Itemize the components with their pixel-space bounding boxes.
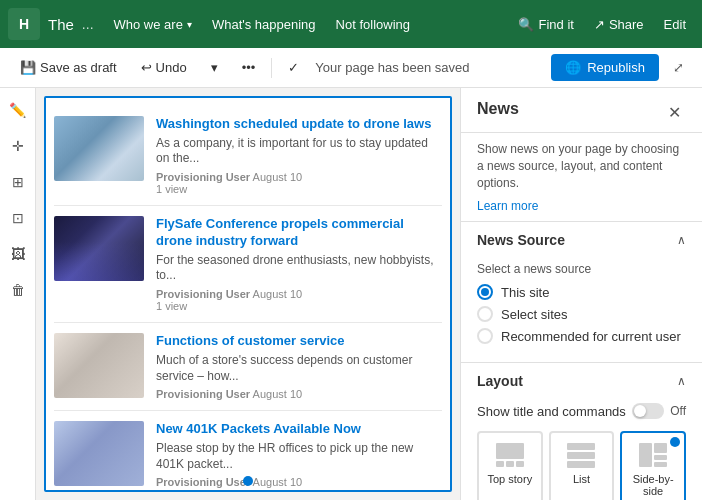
layout-icon-list: [565, 441, 597, 469]
chevron-down-icon: ▾: [211, 60, 218, 75]
svg-rect-0: [496, 443, 524, 459]
svg-rect-2: [506, 461, 514, 467]
svg-rect-9: [654, 455, 667, 460]
news-date: August 10: [253, 171, 303, 183]
nav-who-we-are[interactable]: Who we are ▾: [106, 13, 200, 36]
layout-option-top-story[interactable]: Top story: [477, 431, 543, 500]
news-date: August 10: [253, 476, 303, 488]
news-item[interactable]: FlySafe Conference propels commercial dr…: [54, 206, 442, 323]
news-meta: Provisioning User August 10: [156, 476, 442, 488]
edit-button[interactable]: Edit: [656, 13, 694, 36]
save-draft-button[interactable]: 💾 Save as draft: [12, 56, 125, 79]
layout-option-label: Side-by-side: [626, 473, 680, 497]
news-item[interactable]: Washington scheduled update to drone law…: [54, 106, 442, 206]
expand-icon: ⤢: [673, 60, 684, 75]
radio-option[interactable]: This site: [477, 284, 686, 300]
layout-header[interactable]: Layout ∧: [461, 363, 702, 399]
toggle-row: Show title and commands Off: [477, 403, 686, 419]
news-thumbnail: [54, 216, 144, 281]
news-author: Provisioning User: [156, 171, 250, 183]
radio-circle: [477, 306, 493, 322]
news-source-content: Select a news source This site Select si…: [461, 258, 702, 362]
editbar: 💾 Save as draft ↩ Undo ▾ ••• ✓ Your page…: [0, 48, 702, 88]
news-meta: Provisioning User August 10: [156, 388, 442, 400]
left-toolbar: ✏️ ✛ ⊞ ⊡ 🖼 🗑: [0, 88, 36, 500]
web-part-tool[interactable]: ⊡: [4, 204, 32, 232]
news-source-header[interactable]: News Source ∧: [461, 222, 702, 258]
topbar-ellipsis: ...: [82, 16, 94, 32]
expand-button[interactable]: ⤢: [667, 56, 690, 79]
radio-option[interactable]: Select sites: [477, 306, 686, 322]
learn-more-link[interactable]: Learn more: [461, 199, 702, 221]
toggle-state-label: Off: [670, 404, 686, 418]
news-content: Functions of customer service Much of a …: [156, 333, 442, 400]
edit-tool[interactable]: ✏️: [4, 96, 32, 124]
layout-icon-side-by-side: [637, 441, 669, 469]
news-date: August 10: [253, 388, 303, 400]
radio-circle: [477, 328, 493, 344]
settings-description: Show news on your page by choosing a new…: [461, 133, 702, 199]
show-title-toggle[interactable]: [632, 403, 664, 419]
globe-icon: 🌐: [565, 60, 581, 75]
scroll-dot: [243, 476, 253, 486]
layout-tool[interactable]: ⊞: [4, 168, 32, 196]
republish-button[interactable]: 🌐 Republish: [551, 54, 659, 81]
radio-group: This site Select sites Recommended for c…: [477, 284, 686, 344]
more-options-button[interactable]: •••: [234, 56, 264, 79]
svg-rect-3: [516, 461, 524, 467]
svg-rect-1: [496, 461, 504, 467]
layout-grid: Top story List Side-by-side Hub News Car…: [477, 431, 686, 500]
move-tool[interactable]: ✛: [4, 132, 32, 160]
nav-whats-happening[interactable]: What's happening: [204, 13, 324, 36]
news-content: FlySafe Conference propels commercial dr…: [156, 216, 442, 312]
site-logo[interactable]: H: [8, 8, 40, 40]
settings-panel: News ✕ Show news on your page by choosin…: [460, 88, 702, 500]
svg-rect-7: [639, 443, 652, 467]
news-excerpt: As a company, it is important for us to …: [156, 136, 442, 167]
toggle-thumb: [634, 405, 646, 417]
news-item[interactable]: Functions of customer service Much of a …: [54, 323, 442, 411]
news-thumbnail: [54, 421, 144, 486]
undo-button[interactable]: ↩ Undo: [133, 56, 195, 79]
settings-title: News: [477, 100, 519, 118]
news-thumbnail: [54, 116, 144, 181]
check-icon: ✓: [280, 56, 307, 79]
share-button[interactable]: ↗ Share: [586, 13, 652, 36]
undo-dropdown[interactable]: ▾: [203, 56, 226, 79]
news-views: 1 view: [156, 183, 187, 195]
save-status: Your page has been saved: [315, 60, 469, 75]
close-button[interactable]: ✕: [662, 100, 686, 124]
svg-rect-8: [654, 443, 667, 453]
layout-option-list[interactable]: List: [549, 431, 615, 500]
nav-not-following[interactable]: Not following: [328, 13, 418, 36]
main-area: ✏️ ✛ ⊞ ⊡ 🖼 🗑 Washington scheduled update…: [0, 88, 702, 500]
svg-rect-5: [567, 452, 595, 459]
layout-section: Layout ∧ Show title and commands Off: [461, 362, 702, 500]
radio-option[interactable]: Recommended for current user: [477, 328, 686, 344]
delete-tool[interactable]: 🗑: [4, 276, 32, 304]
page-editor: ✏️ ✛ ⊞ ⊡ 🖼 🗑 Washington scheduled update…: [0, 88, 460, 500]
chevron-up-icon: ∧: [677, 374, 686, 388]
news-content: New 401K Packets Available Now Please st…: [156, 421, 442, 488]
save-icon: 💾: [20, 60, 36, 75]
svg-rect-4: [567, 443, 595, 450]
news-title: Functions of customer service: [156, 333, 442, 350]
news-excerpt: Much of a store's success depends on cus…: [156, 353, 442, 384]
layout-option-label: List: [573, 473, 590, 485]
svg-rect-10: [654, 462, 667, 467]
undo-icon: ↩: [141, 60, 152, 75]
search-icon: 🔍: [518, 17, 534, 32]
divider: [271, 58, 272, 78]
news-title: New 401K Packets Available Now: [156, 421, 442, 438]
chevron-down-icon: ▾: [187, 19, 192, 30]
layout-option-side-by-side[interactable]: Side-by-side: [620, 431, 686, 500]
select-source-label: Select a news source: [477, 262, 686, 276]
news-author: Provisioning User: [156, 288, 250, 300]
media-tool[interactable]: 🖼: [4, 240, 32, 268]
news-source-title: News Source: [477, 232, 565, 248]
news-content: Washington scheduled update to drone law…: [156, 116, 442, 195]
settings-header: News ✕: [461, 88, 702, 133]
find-it-button[interactable]: 🔍 Find it: [510, 13, 581, 36]
radio-label: Select sites: [501, 307, 567, 322]
news-author: Provisioning User: [156, 388, 250, 400]
